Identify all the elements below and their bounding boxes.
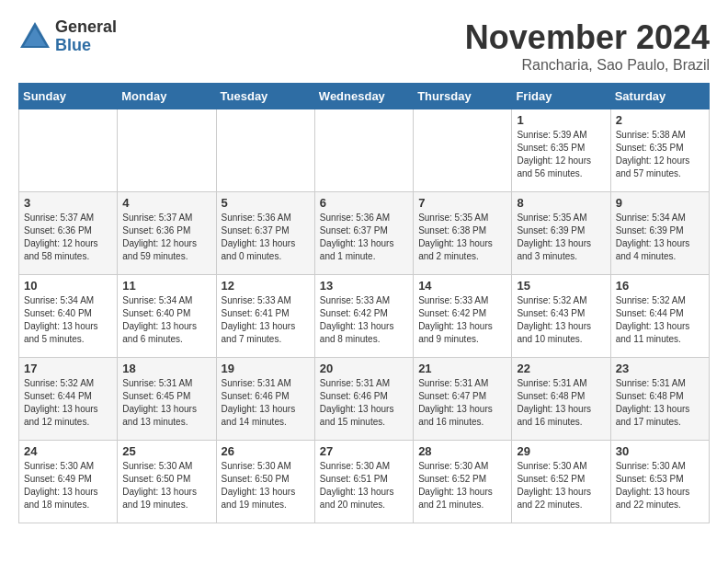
day-number: 20	[320, 362, 408, 375]
calendar-table: SundayMondayTuesdayWednesdayThursdayFrid…	[18, 83, 710, 523]
day-info: Sunrise: 5:37 AM Sunset: 6:36 PM Dayligh…	[122, 212, 210, 263]
day-info: Sunrise: 5:30 AM Sunset: 6:52 PM Dayligh…	[418, 460, 506, 511]
logo-general: General	[55, 18, 117, 37]
day-info: Sunrise: 5:36 AM Sunset: 6:37 PM Dayligh…	[320, 212, 408, 263]
column-header-tuesday: Tuesday	[216, 84, 314, 109]
calendar-cell: 22Sunrise: 5:31 AM Sunset: 6:48 PM Dayli…	[512, 358, 610, 441]
day-number: 1	[517, 113, 605, 127]
day-info: Sunrise: 5:31 AM Sunset: 6:48 PM Dayligh…	[616, 377, 704, 429]
day-info: Sunrise: 5:30 AM Sunset: 6:51 PM Dayligh…	[320, 460, 408, 511]
column-header-sunday: Sunday	[19, 84, 118, 109]
day-info: Sunrise: 5:31 AM Sunset: 6:46 PM Dayligh…	[320, 377, 408, 429]
calendar-cell	[414, 109, 512, 192]
calendar-cell: 13Sunrise: 5:33 AM Sunset: 6:42 PM Dayli…	[314, 275, 413, 358]
day-number: 9	[616, 196, 704, 210]
calendar-cell: 17Sunrise: 5:32 AM Sunset: 6:44 PM Dayli…	[19, 358, 118, 441]
day-number: 16	[616, 279, 704, 293]
calendar-cell: 19Sunrise: 5:31 AM Sunset: 6:46 PM Dayli…	[216, 358, 314, 441]
day-info: Sunrise: 5:35 AM Sunset: 6:38 PM Dayligh…	[418, 212, 506, 263]
calendar-cell: 28Sunrise: 5:30 AM Sunset: 6:52 PM Dayli…	[414, 441, 512, 523]
logo-blue: Blue	[55, 37, 117, 55]
calendar-cell: 24Sunrise: 5:30 AM Sunset: 6:49 PM Dayli…	[19, 441, 118, 523]
calendar-cell: 21Sunrise: 5:31 AM Sunset: 6:47 PM Dayli…	[414, 358, 512, 441]
day-info: Sunrise: 5:39 AM Sunset: 6:35 PM Dayligh…	[517, 129, 605, 180]
column-header-saturday: Saturday	[610, 84, 709, 109]
day-info: Sunrise: 5:30 AM Sunset: 6:53 PM Dayligh…	[616, 460, 704, 511]
calendar-cell: 15Sunrise: 5:32 AM Sunset: 6:43 PM Dayli…	[512, 275, 610, 358]
calendar-cell: 27Sunrise: 5:30 AM Sunset: 6:51 PM Dayli…	[314, 441, 413, 523]
day-info: Sunrise: 5:30 AM Sunset: 6:49 PM Dayligh…	[24, 460, 112, 511]
day-info: Sunrise: 5:32 AM Sunset: 6:44 PM Dayligh…	[616, 294, 704, 346]
day-info: Sunrise: 5:33 AM Sunset: 6:42 PM Dayligh…	[418, 294, 506, 346]
calendar-cell: 1Sunrise: 5:39 AM Sunset: 6:35 PM Daylig…	[512, 109, 610, 192]
header-row: SundayMondayTuesdayWednesdayThursdayFrid…	[19, 84, 710, 109]
day-info: Sunrise: 5:34 AM Sunset: 6:39 PM Dayligh…	[616, 212, 704, 263]
calendar-cell	[118, 109, 216, 192]
calendar-cell: 18Sunrise: 5:31 AM Sunset: 6:45 PM Dayli…	[118, 358, 216, 441]
column-header-monday: Monday	[118, 84, 216, 109]
day-number: 15	[517, 279, 605, 293]
day-info: Sunrise: 5:30 AM Sunset: 6:50 PM Dayligh…	[122, 460, 210, 511]
day-info: Sunrise: 5:30 AM Sunset: 6:52 PM Dayligh…	[517, 460, 605, 511]
calendar-body: 1Sunrise: 5:39 AM Sunset: 6:35 PM Daylig…	[19, 109, 710, 523]
calendar-cell: 20Sunrise: 5:31 AM Sunset: 6:46 PM Dayli…	[314, 358, 413, 441]
calendar-cell: 25Sunrise: 5:30 AM Sunset: 6:50 PM Dayli…	[118, 441, 216, 523]
day-number: 14	[418, 279, 506, 293]
day-number: 11	[122, 279, 210, 293]
day-number: 29	[517, 444, 605, 458]
title-block: November 2024 Rancharia, Sao Paulo, Braz…	[465, 18, 710, 74]
day-number: 24	[24, 444, 112, 458]
calendar-cell: 4Sunrise: 5:37 AM Sunset: 6:36 PM Daylig…	[118, 192, 216, 275]
logo: General Blue	[18, 18, 117, 55]
calendar-cell: 10Sunrise: 5:34 AM Sunset: 6:40 PM Dayli…	[19, 275, 118, 358]
week-row-5: 24Sunrise: 5:30 AM Sunset: 6:49 PM Dayli…	[19, 441, 710, 523]
day-number: 7	[418, 196, 506, 210]
calendar-cell: 8Sunrise: 5:35 AM Sunset: 6:39 PM Daylig…	[512, 192, 610, 275]
calendar-cell: 29Sunrise: 5:30 AM Sunset: 6:52 PM Dayli…	[512, 441, 610, 523]
day-number: 25	[122, 444, 210, 458]
day-number: 10	[24, 279, 112, 293]
column-header-friday: Friday	[512, 84, 610, 109]
calendar-cell: 6Sunrise: 5:36 AM Sunset: 6:37 PM Daylig…	[314, 192, 413, 275]
day-info: Sunrise: 5:33 AM Sunset: 6:42 PM Dayligh…	[320, 294, 408, 346]
day-number: 27	[320, 444, 408, 458]
calendar-cell: 12Sunrise: 5:33 AM Sunset: 6:41 PM Dayli…	[216, 275, 314, 358]
day-number: 8	[517, 196, 605, 210]
day-info: Sunrise: 5:30 AM Sunset: 6:50 PM Dayligh…	[222, 460, 310, 511]
location: Rancharia, Sao Paulo, Brazil	[465, 57, 710, 74]
calendar-cell	[314, 109, 413, 192]
day-info: Sunrise: 5:34 AM Sunset: 6:40 PM Dayligh…	[24, 294, 112, 346]
day-info: Sunrise: 5:35 AM Sunset: 6:39 PM Dayligh…	[517, 212, 605, 263]
calendar-cell: 30Sunrise: 5:30 AM Sunset: 6:53 PM Dayli…	[610, 441, 709, 523]
calendar-header: SundayMondayTuesdayWednesdayThursdayFrid…	[19, 84, 710, 109]
day-number: 3	[24, 196, 112, 210]
calendar-cell: 23Sunrise: 5:31 AM Sunset: 6:48 PM Dayli…	[610, 358, 709, 441]
day-number: 2	[616, 113, 704, 127]
day-number: 22	[517, 362, 605, 375]
day-info: Sunrise: 5:31 AM Sunset: 6:48 PM Dayligh…	[517, 377, 605, 429]
week-row-2: 3Sunrise: 5:37 AM Sunset: 6:36 PM Daylig…	[19, 192, 710, 275]
week-row-1: 1Sunrise: 5:39 AM Sunset: 6:35 PM Daylig…	[19, 109, 710, 192]
calendar-cell	[216, 109, 314, 192]
day-info: Sunrise: 5:32 AM Sunset: 6:43 PM Dayligh…	[517, 294, 605, 346]
day-info: Sunrise: 5:31 AM Sunset: 6:47 PM Dayligh…	[418, 377, 506, 429]
calendar-cell: 26Sunrise: 5:30 AM Sunset: 6:50 PM Dayli…	[216, 441, 314, 523]
day-number: 28	[418, 444, 506, 458]
day-number: 6	[320, 196, 408, 210]
calendar-cell: 16Sunrise: 5:32 AM Sunset: 6:44 PM Dayli…	[610, 275, 709, 358]
day-number: 4	[122, 196, 210, 210]
day-info: Sunrise: 5:38 AM Sunset: 6:35 PM Dayligh…	[616, 129, 704, 180]
day-info: Sunrise: 5:34 AM Sunset: 6:40 PM Dayligh…	[122, 294, 210, 346]
day-info: Sunrise: 5:33 AM Sunset: 6:41 PM Dayligh…	[222, 294, 310, 346]
month-title: November 2024	[465, 18, 710, 57]
day-number: 26	[222, 444, 310, 458]
day-number: 5	[222, 196, 310, 210]
day-number: 17	[24, 362, 112, 375]
day-number: 21	[418, 362, 506, 375]
page-header: General Blue November 2024 Rancharia, Sa…	[18, 18, 710, 74]
day-info: Sunrise: 5:36 AM Sunset: 6:37 PM Dayligh…	[222, 212, 310, 263]
day-number: 23	[616, 362, 704, 375]
calendar-cell: 11Sunrise: 5:34 AM Sunset: 6:40 PM Dayli…	[118, 275, 216, 358]
week-row-4: 17Sunrise: 5:32 AM Sunset: 6:44 PM Dayli…	[19, 358, 710, 441]
day-info: Sunrise: 5:31 AM Sunset: 6:46 PM Dayligh…	[222, 377, 310, 429]
